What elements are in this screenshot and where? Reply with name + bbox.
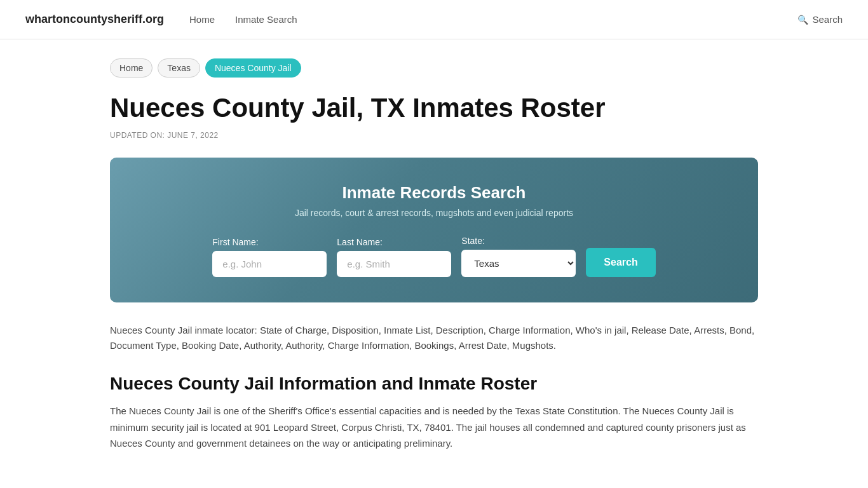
search-widget: Inmate Records Search Jail records, cour… <box>110 158 758 302</box>
breadcrumb-home[interactable]: Home <box>110 58 153 78</box>
nav-search[interactable]: 🔍 Search <box>797 14 843 25</box>
first-name-input[interactable] <box>212 251 327 277</box>
nav-link-inmate-search[interactable]: Inmate Search <box>235 14 297 25</box>
page-title: Nueces County Jail, TX Inmates Roster <box>110 93 758 123</box>
search-icon: 🔍 <box>797 15 808 25</box>
main-content: Home Texas Nueces County Jail Nueces Cou… <box>85 39 783 488</box>
widget-title: Inmate Records Search <box>148 183 720 203</box>
updated-date: JUNE 7, 2022 <box>167 131 218 140</box>
first-name-group: First Name: <box>212 237 327 277</box>
last-name-group: Last Name: <box>337 237 451 277</box>
search-form: First Name: Last Name: State: AlabamaAla… <box>148 236 720 277</box>
state-select[interactable]: AlabamaAlaskaArizonaArkansasCaliforniaCo… <box>461 250 576 277</box>
nav-search-label: Search <box>812 14 843 25</box>
last-name-input[interactable] <box>337 251 451 277</box>
first-name-label: First Name: <box>212 237 327 247</box>
breadcrumb: Home Texas Nueces County Jail <box>110 58 758 78</box>
nav-bar: whartoncountysheriff.org Home Inmate Sea… <box>0 0 868 39</box>
info-section-heading: Nueces County Jail Information and Inmat… <box>110 374 758 394</box>
state-label: State: <box>461 236 576 246</box>
nav-brand[interactable]: whartoncountysheriff.org <box>25 13 164 26</box>
nav-links: Home Inmate Search <box>189 14 772 25</box>
state-group: State: AlabamaAlaskaArizonaArkansasCalif… <box>461 236 576 277</box>
breadcrumb-nueces[interactable]: Nueces County Jail <box>205 58 301 78</box>
updated-on: UPDATED ON: JUNE 7, 2022 <box>110 131 758 140</box>
info-section-body: The Nueces County Jail is one of the She… <box>110 403 758 452</box>
breadcrumb-texas[interactable]: Texas <box>158 58 200 78</box>
last-name-label: Last Name: <box>337 237 451 247</box>
description-text: Nueces County Jail inmate locator: State… <box>110 323 758 353</box>
widget-subtitle: Jail records, court & arrest records, mu… <box>148 208 720 218</box>
search-button[interactable]: Search <box>586 248 655 277</box>
updated-prefix: UPDATED ON: <box>110 131 165 140</box>
nav-link-home[interactable]: Home <box>189 14 215 25</box>
